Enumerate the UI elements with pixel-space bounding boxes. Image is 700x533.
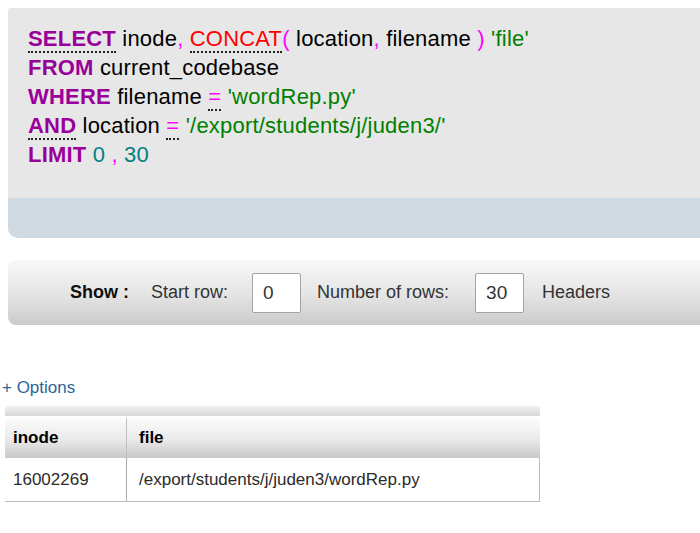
sql-token: location: [76, 113, 166, 138]
table-body: 16002269/export/students/j/juden3/wordRe…: [5, 458, 540, 502]
sql-line: LIMIT 0 , 30: [28, 140, 700, 169]
sql-token: (: [282, 26, 290, 51]
start-row-label: Start row:: [151, 282, 228, 303]
sql-line: FROM current_codebase: [28, 53, 700, 82]
sql-line: SELECT inode, CONCAT( location, filename…: [28, 24, 700, 53]
table-cell: 16002269: [5, 458, 127, 501]
sql-doc-link[interactable]: =: [166, 113, 179, 140]
start-row-input[interactable]: [252, 273, 301, 313]
headers-label: Headers: [542, 282, 610, 303]
options-link[interactable]: + Options: [2, 378, 75, 398]
column-header-inode: inode: [5, 418, 127, 458]
sql-token: WHERE: [28, 84, 111, 109]
sql-token: 0: [86, 142, 111, 167]
sql-query: SELECT inode, CONCAT( location, filename…: [8, 8, 700, 198]
column-header-file: file: [127, 418, 540, 458]
number-of-rows-input[interactable]: [475, 273, 524, 313]
table-top-strip: [5, 406, 540, 416]
sql-token: '/export/students/j/juden3/': [186, 113, 446, 138]
sql-token: 'file': [491, 26, 529, 51]
sql-doc-link[interactable]: =: [208, 84, 221, 111]
table-cell: /export/students/j/juden3/wordRep.py: [127, 458, 539, 501]
sql-token: FROM: [28, 55, 94, 80]
sql-token: ): [477, 26, 485, 51]
number-of-rows-label: Number of rows:: [317, 282, 449, 303]
sql-token: current_codebase: [94, 55, 280, 80]
show-label: Show :: [70, 282, 129, 303]
sql-token: 'wordRep.py': [228, 84, 356, 109]
sql-token: inode: [116, 26, 177, 51]
results-table: inodefile 16002269/export/students/j/jud…: [5, 406, 540, 502]
sql-line: AND location = '/export/students/j/juden…: [28, 111, 700, 140]
table-row: 16002269/export/students/j/juden3/wordRe…: [5, 458, 540, 502]
sql-token: filename: [380, 26, 477, 51]
sql-doc-link[interactable]: CONCAT: [190, 26, 282, 53]
table-header-row: inodefile: [5, 418, 540, 458]
sql-doc-link[interactable]: SELECT: [28, 26, 116, 53]
sql-token: [183, 26, 189, 51]
sql-token: 30: [118, 142, 149, 167]
sql-token: LIMIT: [28, 142, 86, 167]
sql-query-box: SELECT inode, CONCAT( location, filename…: [8, 8, 700, 238]
sql-line: WHERE filename = 'wordRep.py': [28, 82, 700, 111]
sql-doc-link[interactable]: AND: [28, 113, 76, 140]
sql-token: location: [290, 26, 374, 51]
sql-token: filename: [111, 84, 208, 109]
query-box-footer: [8, 198, 700, 238]
results-toolbar: Show : Start row: Number of rows: Header…: [8, 260, 700, 325]
